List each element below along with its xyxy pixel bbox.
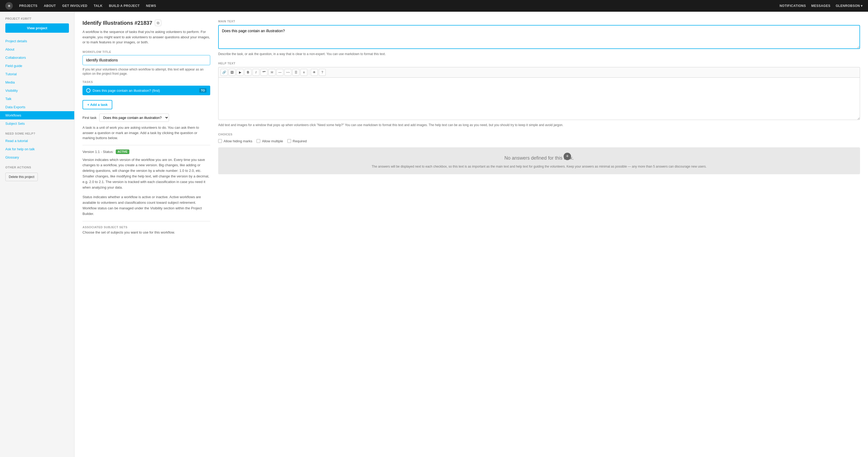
sidebar-item-project-details[interactable]: Project details [0,37,74,45]
allow-hiding-marks-checkbox[interactable] [218,139,222,143]
left-panel: Identify Illustrations #21837 ⧉ A workfl… [83,20,210,449]
allow-multiple-checkbox[interactable] [256,139,260,143]
nav-talk[interactable]: TALK [94,4,102,8]
allow-hiding-marks-label: Allow hiding marks [223,139,252,143]
right-panel: MAIN TEXT Describe the task, or ask the … [218,20,860,449]
info-text-2: Status indicates whether a workflow is a… [83,194,210,217]
main-text-help: Describe the task, or ask the question, … [218,52,860,56]
nav-build-project[interactable]: BUILD A PROJECT [109,4,140,8]
assoc-subject-text: Choose the set of subjects you want to u… [83,230,210,234]
divider-1 [83,145,210,145]
tasks-section-label: TASKS [83,80,210,84]
task-item-left: Does this page contain an illustration? … [86,88,160,93]
info-text-1: Version indicates which version of the w… [83,157,210,191]
toolbar-italic-btn[interactable]: I [252,69,259,76]
workflow-title-header: Identify Illustrations #21837 ⧉ [83,20,210,26]
layout: PROJECT #18977 View project Project deta… [0,12,868,457]
workflow-title: Identify Illustrations #21837 [83,20,152,26]
sidebar-item-media[interactable]: Media [0,78,74,87]
sidebar-item-subject-sets[interactable]: Subject Sets [0,120,74,128]
main-text-label: MAIN TEXT [218,20,860,23]
sidebar: PROJECT #18977 View project Project deta… [0,12,74,457]
toolbar-strikethrough-btn[interactable]: ~~ [284,69,291,76]
allow-multiple-label: Allow multiple [262,139,283,143]
sidebar-item-field-guide[interactable]: Field guide [0,62,74,70]
version-status: Version 1.1 - Status: ACTIVE [83,150,210,154]
nav-user[interactable]: GLENROBSON ▾ [836,4,863,8]
toolbar-image-btn[interactable]: 🖼 [228,69,236,76]
logo-icon[interactable]: ☀ [5,2,13,9]
view-project-button[interactable]: View project [5,24,69,33]
sidebar-item-workflows[interactable]: Workflows [0,111,74,120]
toolbar-bold-btn[interactable]: B [245,69,251,76]
help-text-desc: Add text and images for a window that po… [218,123,860,127]
version-text: Version 1.1 - Status: [83,150,114,154]
nav-news[interactable]: NEWS [146,4,156,8]
required-label: Required [293,139,307,143]
task-item-label: Does this page contain an illustration? … [93,89,160,93]
first-task-select[interactable]: Does this page contain an illustration? [99,113,169,122]
task-item[interactable]: Does this page contain an illustration? … [83,86,210,95]
choice-allow-multiple[interactable]: Allow multiple [256,139,283,143]
choices-checkboxes: Allow hiding marks Allow multiple Requir… [218,139,860,143]
task-to-label: TO [199,88,207,93]
toolbar-hr-btn[interactable]: — [276,69,283,76]
main-text-textarea[interactable] [218,25,860,49]
task-help-text: A task is a unit of work you are asking … [83,125,210,141]
first-task-label: First task [83,116,97,120]
help-text-textarea[interactable] [218,77,860,120]
divider-2 [83,221,210,221]
toolbar-heading-btn[interactable]: H [269,69,275,76]
top-nav-left: ☀ PROJECTS ABOUT GET INVOLVED TALK BUILD… [5,2,156,9]
no-answers-box: + No answers defined for this task. The … [218,148,860,174]
nav-about[interactable]: ABOUT [44,4,56,8]
other-actions-label: OTHER ACTIONS [0,161,74,170]
toolbar-separator [309,70,309,75]
no-answers-text: The answers will be displayed next to ea… [223,164,855,169]
workflow-title-input[interactable] [83,55,210,65]
need-help-label: NEED SOME HELP? [0,128,74,137]
nav-projects[interactable]: PROJECTS [19,4,37,8]
add-task-button[interactable]: + Add a task [83,100,112,109]
toolbar-preview-btn[interactable]: 👁 [311,69,318,76]
nav-messages[interactable]: MESSAGES [811,4,831,8]
required-checkbox[interactable] [287,139,291,143]
sidebar-item-ask-help[interactable]: Ask for help on talk [0,145,74,153]
sidebar-item-data-exports[interactable]: Data Exports [0,103,74,111]
first-task-row: First task Does this page contain an ill… [83,113,210,122]
sidebar-item-read-tutorial[interactable]: Read a tutorial [0,137,74,145]
assoc-subject-label: ASSOCIATED SUBJECT SETS [83,226,210,229]
toolbar-help-btn[interactable]: ? [319,69,326,76]
main-content: Identify Illustrations #21837 ⧉ A workfl… [74,12,868,457]
sidebar-item-collaborators[interactable]: Collaborators [0,54,74,62]
sidebar-item-tutorial[interactable]: Tutorial [0,70,74,78]
help-text-label: HELP TEXT [218,62,860,65]
choice-allow-hiding-marks[interactable]: Allow hiding marks [218,139,252,143]
project-id: PROJECT #18977 [0,17,74,24]
top-nav: ☀ PROJECTS ABOUT GET INVOLVED TALK BUILD… [0,0,868,12]
top-nav-right: NOTIFICATIONS MESSAGES GLENROBSON ▾ [780,4,863,8]
add-answer-button[interactable]: + [564,153,571,160]
toolbar-list-btn[interactable]: ☰ [292,69,299,76]
nav-notifications[interactable]: NOTIFICATIONS [780,4,806,8]
workflow-title-field-label: WORKFLOW TITLE [83,50,210,54]
choice-required[interactable]: Required [287,139,307,143]
copy-icon[interactable]: ⧉ [155,20,161,26]
status-badge: ACTIVE [116,150,129,154]
choices-label: CHOICES [218,133,860,136]
toolbar-ordered-list-btn[interactable]: ≡ [301,69,307,76]
sidebar-item-visibility[interactable]: Visibility [0,87,74,95]
toolbar-quote-btn[interactable]: ❝❞ [260,69,268,76]
nav-get-involved[interactable]: GET INVOLVED [62,4,87,8]
help-text-toolbar: 🔗 🖼 ▶ B I ❝❞ H — ~~ ☰ ≡ 👁 ? [218,67,860,77]
sidebar-item-talk[interactable]: Talk [0,95,74,103]
no-answers-title: No answers defined for this task. [223,155,855,161]
workflow-description: A workflow is the sequence of tasks that… [83,29,210,45]
sidebar-item-glossary[interactable]: Glossary [0,153,74,161]
toolbar-video-btn[interactable]: ▶ [237,69,244,76]
workflow-title-help: If you let your volunteers choose which … [83,67,210,76]
toolbar-link-btn[interactable]: 🔗 [221,69,227,76]
delete-project-button[interactable]: Delete this project [5,173,38,181]
task-circle-icon [86,88,90,93]
sidebar-item-about[interactable]: About [0,45,74,54]
